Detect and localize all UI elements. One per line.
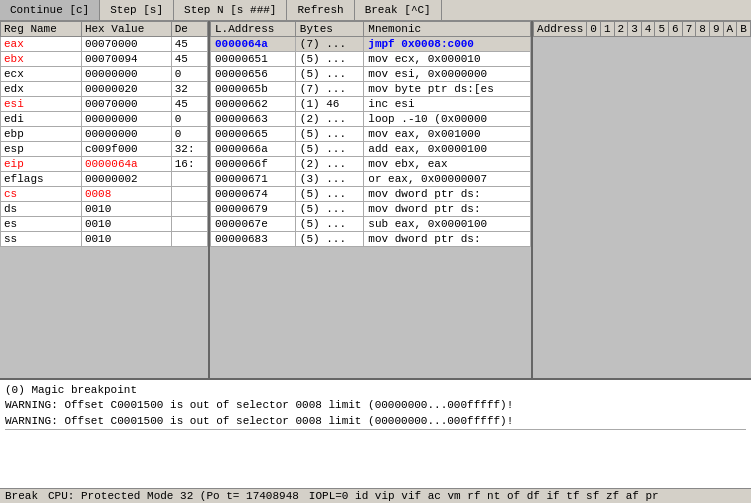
- register-row[interactable]: edi000000000: [1, 112, 208, 127]
- status-bar: Break CPU: Protected Mode 32 (Po t= 1740…: [0, 488, 751, 503]
- break-button[interactable]: Break [^C]: [355, 0, 442, 20]
- hex-col-header: B: [737, 22, 751, 37]
- dis-mnem-cell: mov eax, 0x001000: [364, 127, 531, 142]
- step-button[interactable]: Step [s]: [100, 0, 174, 20]
- register-panel: Reg Name Hex Value De eax0007000045ebx00…: [0, 21, 210, 378]
- reg-col-hex: Hex Value: [81, 22, 171, 37]
- dis-addr-cell: 00000663: [211, 112, 296, 127]
- register-row[interactable]: eip0000064a16:: [1, 157, 208, 172]
- reg-name-cell: ds: [1, 202, 82, 217]
- register-row[interactable]: ecx000000000: [1, 67, 208, 82]
- log-area: (0) Magic breakpointWARNING: Offset C000…: [0, 378, 751, 488]
- command-input[interactable]: [5, 430, 746, 446]
- reg-dec-cell: 32: [171, 82, 207, 97]
- disassembly-row[interactable]: 00000683(5) ...mov dword ptr ds:: [211, 232, 531, 247]
- register-row[interactable]: edx0000002032: [1, 82, 208, 97]
- log-lines: (0) Magic breakpointWARNING: Offset C000…: [5, 383, 746, 429]
- disassembly-row[interactable]: 00000671(3) ...or eax, 0x00000007: [211, 172, 531, 187]
- reg-name-cell: edx: [1, 82, 82, 97]
- disassembly-row[interactable]: 0000066f(2) ...mov ebx, eax: [211, 157, 531, 172]
- register-row[interactable]: cs0008: [1, 187, 208, 202]
- register-row[interactable]: eax0007000045: [1, 37, 208, 52]
- dis-bytes-cell: (5) ...: [295, 52, 363, 67]
- register-rows: eax0007000045ebx0007009445ecx000000000ed…: [1, 37, 208, 247]
- register-row[interactable]: ds0010: [1, 202, 208, 217]
- hex-col-header: 3: [628, 22, 642, 37]
- reg-dec-cell: 0: [171, 112, 207, 127]
- disassembly-row[interactable]: 0000064a(7) ...jmpf 0x0008:c000: [211, 37, 531, 52]
- hex-col-header: 0: [587, 22, 601, 37]
- dis-bytes-cell: (1) 46: [295, 97, 363, 112]
- dis-mnem-cell: inc esi: [364, 97, 531, 112]
- register-row[interactable]: esi0007000045: [1, 97, 208, 112]
- dis-col-addr: L.Address: [211, 22, 296, 37]
- reg-name-cell: esi: [1, 97, 82, 112]
- register-row[interactable]: es0010: [1, 217, 208, 232]
- register-row[interactable]: espc009f00032:: [1, 142, 208, 157]
- disassembly-row[interactable]: 00000651(5) ...mov ecx, 0x000010: [211, 52, 531, 67]
- reg-name-cell: edi: [1, 112, 82, 127]
- reg-dec-cell: 45: [171, 97, 207, 112]
- reg-dec-cell: 0: [171, 67, 207, 82]
- log-line: (0) Magic breakpoint: [5, 383, 746, 398]
- dis-addr-cell: 0000067e: [211, 217, 296, 232]
- dis-addr-cell: 00000671: [211, 172, 296, 187]
- dis-addr-cell: 00000674: [211, 187, 296, 202]
- reg-hex-cell: 00000000: [81, 67, 171, 82]
- reg-name-cell: eflags: [1, 172, 82, 187]
- stepn-button[interactable]: Step N [s ###]: [174, 0, 287, 20]
- dis-bytes-cell: (3) ...: [295, 172, 363, 187]
- register-table: Reg Name Hex Value De eax0007000045ebx00…: [0, 21, 208, 247]
- log-line: WARNING: Offset C0001500 is out of selec…: [5, 414, 746, 429]
- dis-mnem-cell: mov esi, 0x0000000: [364, 67, 531, 82]
- hex-col-header: 2: [614, 22, 628, 37]
- dis-bytes-cell: (5) ...: [295, 187, 363, 202]
- disassembly-row[interactable]: 0000067e(5) ...sub eax, 0x0000100: [211, 217, 531, 232]
- main-area: Reg Name Hex Value De eax0007000045ebx00…: [0, 21, 751, 378]
- continue-button[interactable]: Continue [c]: [0, 0, 100, 20]
- dis-addr-cell: 00000651: [211, 52, 296, 67]
- hex-col-header: 1: [600, 22, 614, 37]
- dis-mnem-cell: mov byte ptr ds:[es: [364, 82, 531, 97]
- status-cpu: CPU: Protected Mode 32 (Po t= 17408948: [48, 490, 299, 502]
- disassembly-row[interactable]: 00000662(1) 46inc esi: [211, 97, 531, 112]
- toolbar: Continue [c] Step [s] Step N [s ###] Ref…: [0, 0, 751, 21]
- dis-addr-cell: 00000662: [211, 97, 296, 112]
- disassembly-row[interactable]: 00000656(5) ...mov esi, 0x0000000: [211, 67, 531, 82]
- hex-panel: Address0123456789AB: [531, 21, 751, 378]
- reg-dec-cell: 45: [171, 37, 207, 52]
- hex-col-header: 8: [696, 22, 710, 37]
- reg-name-cell: ebp: [1, 127, 82, 142]
- reg-hex-cell: 0000064a: [81, 157, 171, 172]
- disassembly-row[interactable]: 0000065b(7) ...mov byte ptr ds:[es: [211, 82, 531, 97]
- hex-col-header: 9: [709, 22, 723, 37]
- dis-addr-cell: 00000665: [211, 127, 296, 142]
- reg-name-cell: eax: [1, 37, 82, 52]
- reg-name-cell: es: [1, 217, 82, 232]
- reg-name-cell: esp: [1, 142, 82, 157]
- reg-dec-cell: [171, 217, 207, 232]
- reg-name-cell: ecx: [1, 67, 82, 82]
- dis-bytes-cell: (7) ...: [295, 82, 363, 97]
- disassembly-row[interactable]: 00000665(5) ...mov eax, 0x001000: [211, 127, 531, 142]
- register-row[interactable]: eflags00000002: [1, 172, 208, 187]
- disassembly-row[interactable]: 00000679(5) ...mov dword ptr ds:: [211, 202, 531, 217]
- register-row[interactable]: ebp000000000: [1, 127, 208, 142]
- reg-hex-cell: 0010: [81, 232, 171, 247]
- dis-bytes-cell: (7) ...: [295, 37, 363, 52]
- disassembly-row[interactable]: 00000674(5) ...mov dword ptr ds:: [211, 187, 531, 202]
- dis-addr-cell: 00000656: [211, 67, 296, 82]
- register-row[interactable]: ss0010: [1, 232, 208, 247]
- dis-addr-cell: 0000066a: [211, 142, 296, 157]
- reg-dec-cell: 45: [171, 52, 207, 67]
- reg-name-cell: ss: [1, 232, 82, 247]
- disassembly-row[interactable]: 00000663(2) ...loop .-10 (0x00000: [211, 112, 531, 127]
- dis-addr-cell: 0000065b: [211, 82, 296, 97]
- refresh-button[interactable]: Refresh: [287, 0, 354, 20]
- dis-col-mnem: Mnemonic: [364, 22, 531, 37]
- register-row[interactable]: ebx0007009445: [1, 52, 208, 67]
- reg-col-dec: De: [171, 22, 207, 37]
- disassembly-row[interactable]: 0000066a(5) ...add eax, 0x0000100: [211, 142, 531, 157]
- dis-mnem-cell: loop .-10 (0x00000: [364, 112, 531, 127]
- hex-col-header: A: [723, 22, 737, 37]
